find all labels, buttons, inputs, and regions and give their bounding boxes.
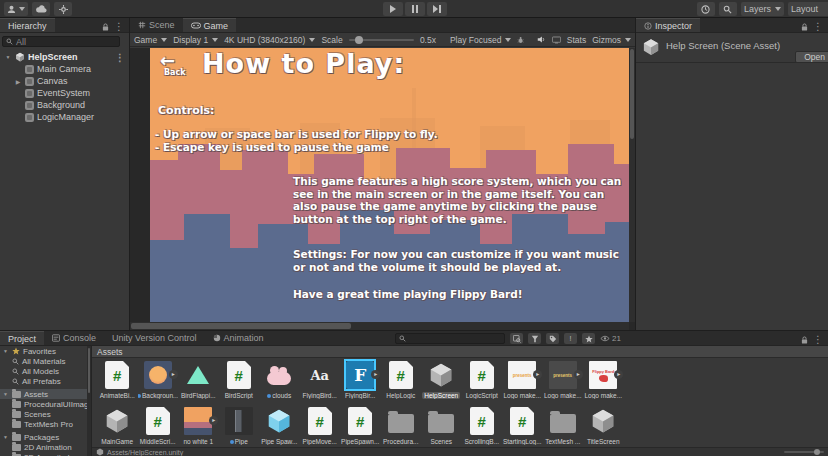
expander-open-icon[interactable]: ▼ [4,54,12,60]
asset-item[interactable]: clouds [259,358,300,404]
thumbnail-size-slider[interactable] [784,451,824,453]
scene-menu-icon[interactable]: ⋮ [115,52,129,63]
tab-game[interactable]: Game [183,18,237,32]
search-everything-button[interactable] [719,2,737,16]
hierarchy-item[interactable]: Background [0,99,129,111]
search-in-window-button[interactable] [510,333,523,344]
display-dropdown[interactable]: Display 1 [173,35,218,45]
hierarchy-item[interactable]: ▶ Canvas [0,75,129,87]
project-search-input[interactable] [395,333,505,344]
scale-slider-knob[interactable] [355,36,363,44]
asset-item[interactable]: Flippy Bard▸ Logo make... [583,358,624,404]
tree-item[interactable]: ProceduralUIImage [0,399,91,409]
tree-scrollbar[interactable] [87,346,91,456]
tree-item[interactable]: 2D Aseprite Importer [0,452,91,456]
asset-item[interactable]: presents▸ Logo make... [543,358,584,404]
asset-item[interactable]: MainGame [97,404,138,447]
scale-slider[interactable] [349,39,414,41]
expand-subassets-button[interactable]: ▸ [574,370,583,379]
asset-item[interactable]: # ScrollingB... [462,404,503,447]
stats-button[interactable]: Stats [567,35,586,45]
tab-scene[interactable]: Scene [130,18,183,32]
panel-menu-icon[interactable]: ⋮ [813,334,823,345]
open-scene-button[interactable]: Open [795,51,828,63]
game-vertical-scrollbar[interactable] [629,48,635,322]
game-view-dropdown[interactable]: Game [134,35,167,45]
expand-subassets-button[interactable]: ▸ [209,416,218,425]
expand-subassets-button[interactable]: ▸ [533,370,542,379]
asset-item[interactable]: HelpScreen [421,358,462,404]
import-log-button[interactable]: ! [564,333,577,344]
asset-item[interactable]: Pipe Spaw... [259,404,300,447]
gizmos-dropdown[interactable]: Gizmos [592,35,631,45]
hierarchy-item[interactable]: LogicManager [0,111,129,123]
asset-item[interactable]: # BirdScript [219,358,260,404]
debug-bug-icon[interactable] [517,36,524,44]
asset-item[interactable]: Scenes [421,404,462,447]
asset-item[interactable]: # StartingLog... [502,404,543,447]
search-by-label-button[interactable] [546,333,559,344]
tree-item[interactable]: TextMesh Pro [0,419,91,429]
lock-icon[interactable] [801,23,808,31]
save-search-button[interactable] [582,333,595,344]
asset-item[interactable]: # AnimateBi... [97,358,138,404]
asset-item[interactable]: Procedura... [381,404,422,447]
expander-closed-icon[interactable]: ▶ [14,78,22,85]
hierarchy-search-input[interactable]: All [2,36,120,47]
assets-root-row[interactable]: ▼ Assets [0,389,91,399]
search-by-type-button[interactable] [528,333,541,344]
game-horizontal-scrollbar[interactable] [130,322,629,330]
asset-item[interactable]: TitleScreen [583,404,624,447]
expand-subassets-button[interactable]: ▸ [169,370,178,379]
panel-menu-icon[interactable]: ⋮ [114,21,124,32]
focus-mode-dropdown[interactable]: Play Focused [450,35,512,45]
step-button[interactable] [427,2,447,16]
packages-root-row[interactable]: ▼ Packages [0,432,91,442]
asset-item[interactable]: # PipeSpawn... [340,404,381,447]
back-button-label[interactable]: Back [164,68,186,77]
layout-dropdown[interactable]: Layout [788,2,828,16]
hierarchy-item[interactable]: EventSystem [0,87,129,99]
vsync-monitor-icon[interactable] [552,36,561,44]
hierarchy-item[interactable]: Main Camera [0,63,129,75]
lock-icon[interactable] [801,336,808,344]
hidden-packages-toggle[interactable]: 21 [600,334,621,343]
pause-button[interactable] [405,2,425,16]
layers-dropdown[interactable]: Layers [741,2,784,16]
asset-item[interactable]: presents▸ Logo make... [502,358,543,404]
lock-icon[interactable] [102,23,109,31]
panel-menu-icon[interactable]: ⋮ [813,21,823,32]
undo-history-button[interactable] [697,2,715,16]
tree-item[interactable]: All Materials [0,356,91,366]
expand-subassets-button[interactable]: ▸ [371,370,380,379]
asset-item[interactable]: # HelpLogic [381,358,422,404]
tree-item[interactable]: All Prefabs [0,376,91,386]
tab-project[interactable]: Project [0,331,44,345]
asset-item[interactable]: Pipe [219,404,260,447]
tree-item[interactable]: 2D Animation [0,442,91,452]
tab-inspector[interactable]: Inspector [636,18,700,32]
tab-hierarchy[interactable]: Hierarchy [0,18,55,32]
mute-audio-icon[interactable] [537,35,546,44]
tree-item[interactable]: Scenes [0,409,91,419]
asset-item[interactable]: Aa FlyingBird... [300,358,341,404]
asset-item[interactable]: # MiddleScri... [138,404,179,447]
asset-item[interactable]: ▸ no white 1 [178,404,219,447]
favorites-header[interactable]: ▼ Favorites [0,346,91,356]
resolution-dropdown[interactable]: 4K UHD (3840x2160) [224,35,315,45]
play-button[interactable] [383,2,403,16]
cloud-button[interactable] [32,2,50,16]
tree-item[interactable]: All Models [0,366,91,376]
asset-item[interactable]: F▸ FlyingBir... [340,358,381,404]
asset-item[interactable]: BirdFlappi... [178,358,219,404]
asset-item[interactable]: ▸ Backgroun... [138,358,179,404]
account-button[interactable] [4,2,28,16]
asset-item[interactable]: TextMesh ... [543,404,584,447]
settings-button[interactable] [54,2,72,16]
asset-item[interactable]: # PipeMove... [300,404,341,447]
tab-console[interactable]: Console [44,331,104,345]
expand-subassets-button[interactable]: ▸ [614,370,623,379]
tab-animation[interactable]: Animation [205,331,272,345]
tab-unity-version-control[interactable]: Unity Version Control [104,331,205,345]
asset-item[interactable]: # LogicScript [462,358,503,404]
